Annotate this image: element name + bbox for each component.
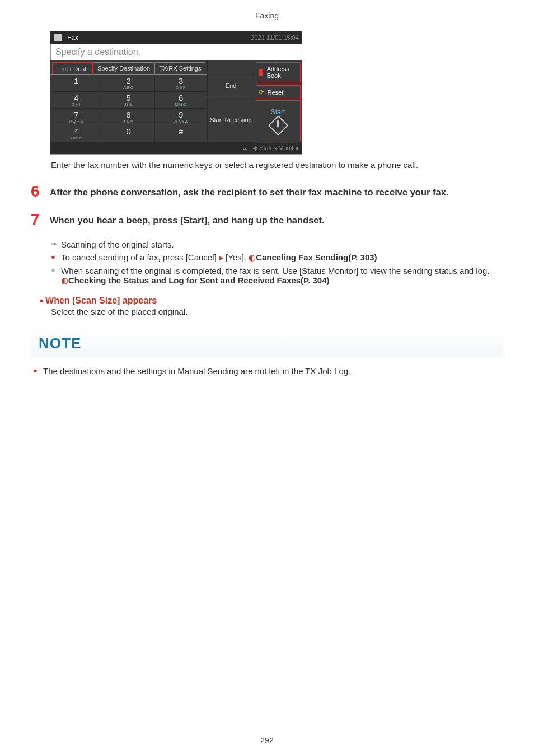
tab-specify-destination[interactable]: Specify Destination <box>93 62 154 74</box>
key-4[interactable]: 4GHI <box>50 92 102 109</box>
step-number: 7 <box>31 212 50 227</box>
key-hash[interactable]: # <box>155 125 207 142</box>
key-5[interactable]: 5JKL <box>102 92 154 109</box>
key-star[interactable]: *Tone <box>50 125 102 142</box>
address-book-icon <box>259 69 263 76</box>
key-6[interactable]: 6MNO <box>155 92 207 109</box>
screen-timestamp: 2021 11/01 15:04 <box>251 34 302 41</box>
screen-subtitle: Specify a destination. <box>50 44 302 60</box>
scan-size-heading: When [Scan Size] appears <box>40 296 503 306</box>
page-number: 292 <box>0 736 534 745</box>
step-7-bullet-1: ● To cancel sending of a fax, press [Can… <box>51 253 503 263</box>
key-3[interactable]: 3DEF <box>155 75 207 92</box>
screenshot-caption: Enter the fax number with the numeric ke… <box>51 160 503 170</box>
step-7-bullet-2: ● When scanning of the original is compl… <box>51 266 503 286</box>
key-2[interactable]: 2ABC <box>102 75 154 92</box>
key-1[interactable]: 1 <box>50 75 102 92</box>
page-header: Faxing <box>31 11 503 20</box>
triangle-icon: ▶ <box>219 254 223 261</box>
device-screenshot: Fax 2021 11/01 15:04 Specify a destinati… <box>50 31 302 155</box>
key-7[interactable]: 7PQRS <box>50 109 102 125</box>
start-icon <box>268 115 288 136</box>
reset-button[interactable]: ⟳Reset <box>256 85 301 99</box>
link-cancel-fax[interactable]: Canceling Fax Sending(P. 303) <box>256 253 377 262</box>
step-6: 6 After the phone conversation, ask the … <box>31 184 503 199</box>
start-receiving-button[interactable]: Start Receiving <box>208 97 254 143</box>
step-title: When you hear a beep, press [Start], and… <box>50 214 503 227</box>
link-status-log[interactable]: Checking the Status and Log for Sent and… <box>68 276 330 285</box>
note-item: ● The destinations and the settings in M… <box>33 366 503 376</box>
address-book-button[interactable]: Address Book <box>256 62 301 82</box>
fax-icon <box>54 34 62 41</box>
key-0[interactable]: 0 <box>102 125 154 142</box>
scan-size-body: Select the size of the placed original. <box>51 307 503 316</box>
status-monitor-button[interactable]: Status Monitor <box>259 144 299 151</box>
bullet-icon: ● <box>51 266 61 286</box>
link-icon: ◐ <box>249 253 256 262</box>
step-title: After the phone conversation, ask the re… <box>50 186 503 199</box>
start-button[interactable]: Start <box>256 100 301 141</box>
step-number: 6 <box>31 184 50 199</box>
network-icon: ▫▫ <box>243 145 247 152</box>
step-7-note-1: ➠ Scanning of the original starts. <box>51 240 503 249</box>
link-icon: ◐ <box>61 276 68 285</box>
arrow-icon: ➠ <box>51 240 61 249</box>
reset-icon: ⟳ <box>259 88 264 96</box>
key-8[interactable]: 8TUV <box>102 109 154 125</box>
tab-txrx-settings[interactable]: TX/RX Settings <box>154 62 205 74</box>
bullet-icon: ● <box>33 366 43 376</box>
screen-title: Fax <box>67 34 78 41</box>
step-7: 7 When you hear a beep, press [Start], a… <box>31 212 503 227</box>
end-button[interactable]: End <box>208 74 254 97</box>
key-9[interactable]: 9WXYZ <box>155 109 207 125</box>
tab-enter-dest[interactable]: Enter Dest. <box>52 62 93 74</box>
note-heading: NOTE <box>31 329 503 358</box>
bullet-icon: ● <box>51 253 61 263</box>
